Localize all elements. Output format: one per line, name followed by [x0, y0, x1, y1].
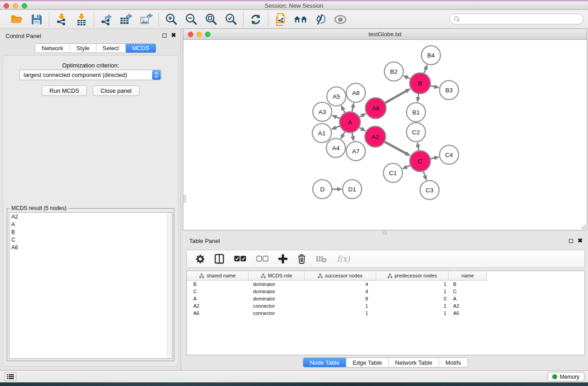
graph-node-A2[interactable]: A2	[365, 126, 386, 147]
delete-table-icon[interactable]	[316, 255, 327, 263]
table-row[interactable]: Adominator80A	[187, 295, 584, 302]
svg-text:B2: B2	[390, 68, 398, 75]
close-panel-icon[interactable]: ✖	[171, 33, 176, 38]
run-mcds-button[interactable]: Run MCDS	[42, 86, 87, 96]
table-cell: 1	[376, 281, 449, 287]
function-builder-icon[interactable]: f(x)	[337, 254, 350, 263]
svg-text:C3: C3	[425, 187, 433, 194]
table-cell: 1	[376, 310, 449, 316]
column-header-shared-name[interactable]: shared name	[187, 271, 249, 280]
table-options-gear-icon[interactable]	[195, 254, 205, 264]
table-panel-title: Table Panel	[189, 238, 220, 244]
network-canvas[interactable]: B4B2BB3A5A8A6A3B1AA1C2A2A4A7C4CC1DD1C3	[183, 40, 587, 230]
deselect-all-icon[interactable]	[256, 256, 268, 262]
eye-icon[interactable]	[334, 13, 347, 26]
column-header-successor-nodes[interactable]: successor nodes	[305, 271, 376, 280]
graph-node-C4[interactable]: C4	[440, 145, 459, 164]
tab-network[interactable]: Network	[35, 44, 70, 52]
import-network-icon[interactable]	[55, 13, 68, 26]
graph-node-C3[interactable]: C3	[420, 181, 439, 200]
table-row[interactable]: A6connector11A6	[187, 310, 584, 317]
graph-node-A4[interactable]: A4	[326, 138, 345, 157]
table-row[interactable]: Bdominator41B	[187, 281, 584, 288]
graph-node-B1[interactable]: B1	[406, 103, 425, 122]
tab-motifs[interactable]: Motifs	[439, 358, 468, 367]
tab-node-table[interactable]: Node Table	[303, 358, 346, 367]
graph-node-D[interactable]: D	[313, 180, 332, 199]
criterion-select[interactable]: largest connected component (directed)	[19, 70, 162, 80]
graph-node-B3[interactable]: B3	[440, 81, 459, 100]
home-icon[interactable]	[294, 13, 307, 26]
export-image-icon[interactable]	[139, 13, 153, 26]
search-field[interactable]	[449, 14, 583, 24]
window-edge-grip[interactable]	[183, 195, 186, 202]
hide-graphics-details-icon[interactable]	[314, 13, 327, 26]
graph-node-A7[interactable]: A7	[346, 142, 365, 161]
graph-node-A[interactable]: A	[339, 112, 360, 133]
save-session-icon[interactable]	[30, 13, 43, 26]
add-row-icon[interactable]	[278, 254, 287, 263]
tab-select[interactable]: Select	[96, 44, 126, 52]
graph-node-B[interactable]: B	[410, 73, 430, 94]
mcds-result-item[interactable]: A2	[10, 213, 172, 220]
table-row[interactable]: A2connector11A2	[187, 302, 584, 310]
close-panel-button[interactable]: Close panel	[93, 86, 139, 96]
duplicate-network-icon[interactable]	[274, 13, 287, 26]
node-table[interactable]: shared name MCDS role successor nodes pr…	[186, 271, 585, 355]
column-header-mcds-role[interactable]: MCDS role	[249, 271, 305, 280]
svg-text:A1: A1	[318, 130, 326, 137]
graph-node-B4[interactable]: B4	[421, 46, 440, 65]
mcds-result-item[interactable]: A	[10, 220, 172, 228]
table-row[interactable]: Cdominator41C	[187, 288, 584, 295]
show-columns-icon[interactable]	[215, 254, 224, 264]
graph-node-A1[interactable]: A1	[312, 124, 331, 143]
open-session-icon[interactable]	[10, 13, 24, 26]
tab-edge-table[interactable]: Edge Table	[346, 358, 389, 367]
mcds-result-list[interactable]: A2ABCA6	[9, 212, 172, 359]
memory-button[interactable]: Memory	[547, 372, 584, 381]
scrollbar[interactable]	[167, 213, 172, 358]
zoom-fit-icon[interactable]	[204, 13, 218, 26]
mcds-result-item[interactable]: A6	[10, 243, 172, 251]
network-window-titlebar[interactable]: testGlobe.txt	[183, 29, 587, 40]
mcds-result-item[interactable]: B	[10, 228, 172, 236]
export-table-icon[interactable]	[120, 13, 133, 26]
task-history-icon[interactable]	[5, 372, 16, 381]
select-all-icon[interactable]	[234, 256, 246, 262]
table-cell: 4	[305, 281, 376, 287]
graph-node-A6[interactable]: A6	[365, 98, 386, 119]
graph-node-D1[interactable]: D1	[343, 180, 362, 199]
table-cell: connector	[249, 310, 305, 316]
graph-node-C[interactable]: C	[410, 151, 430, 172]
export-network-icon[interactable]	[100, 13, 113, 26]
refresh-icon[interactable]	[249, 13, 263, 26]
column-header-name[interactable]: name	[449, 271, 487, 280]
float-panel-icon[interactable]	[163, 33, 167, 38]
float-table-panel-icon[interactable]	[569, 239, 573, 243]
zoom-out-icon[interactable]	[184, 13, 198, 26]
table-cell: B	[449, 281, 487, 287]
graph-node-C1[interactable]: C1	[383, 163, 402, 182]
table-cell: 1	[305, 310, 376, 316]
import-table-icon[interactable]	[75, 13, 88, 26]
mcds-tab-content: Optimization criterion: largest connecte…	[3, 55, 178, 367]
zoom-selected-icon[interactable]	[224, 13, 238, 26]
tab-network-table[interactable]: Network Table	[389, 358, 439, 367]
tab-mcds[interactable]: MCDS	[126, 44, 156, 52]
search-input[interactable]	[460, 14, 583, 24]
graph-node-A8[interactable]: A8	[346, 83, 365, 102]
mcds-result-item[interactable]: C	[10, 236, 172, 243]
svg-text:A3: A3	[319, 109, 326, 115]
graph-node-A3[interactable]: A3	[313, 102, 332, 121]
tab-style[interactable]: Style	[70, 44, 96, 52]
graph-node-A5[interactable]: A5	[327, 87, 346, 106]
close-table-panel-icon[interactable]: ✖	[578, 238, 583, 243]
zoom-in-icon[interactable]	[164, 13, 178, 26]
resize-grip-icon[interactable]	[580, 224, 586, 229]
network-graph[interactable]: B4B2BB3A5A8A6A3B1AA1C2A2A4A7C4CC1DD1C3	[183, 40, 587, 230]
graph-node-B2[interactable]: B2	[384, 62, 403, 81]
graph-node-C2[interactable]: C2	[406, 123, 425, 142]
delete-row-trash-icon[interactable]	[297, 254, 306, 264]
panel-divider-grip[interactable]	[382, 231, 387, 234]
column-header-predecessor-nodes[interactable]: predecessor nodes	[376, 271, 449, 280]
